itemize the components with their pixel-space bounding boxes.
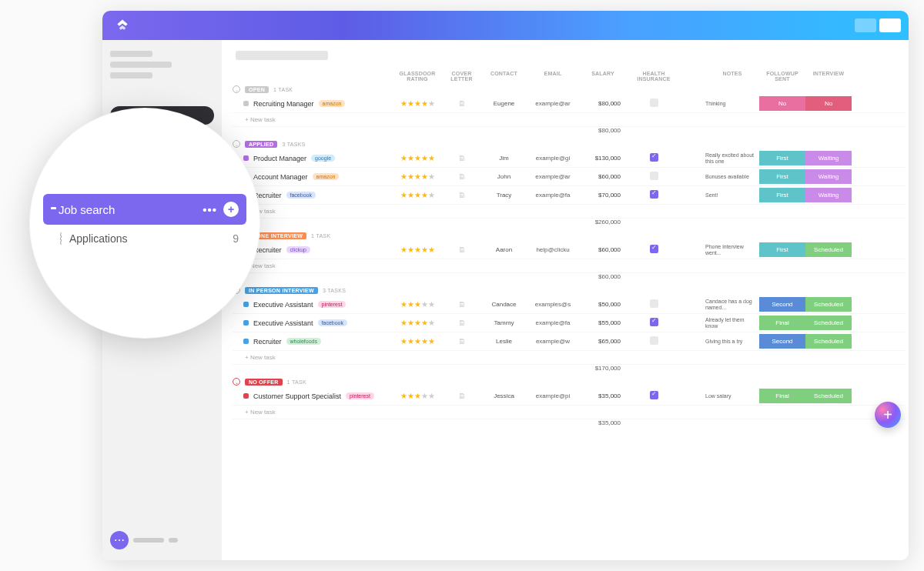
column-header[interactable]: FOLLOWUP SENT <box>759 71 805 82</box>
rating-cell[interactable]: ★★★★★ <box>394 155 440 162</box>
topbar-button-1[interactable] <box>855 18 876 32</box>
rating-cell[interactable]: ★★★★★ <box>394 192 440 199</box>
folder-add-icon[interactable]: + <box>223 202 239 217</box>
contact-cell[interactable]: Eugene <box>483 100 525 107</box>
checkbox-icon[interactable] <box>650 318 658 326</box>
chat-icon[interactable]: ⋯ <box>110 531 129 549</box>
company-tag[interactable]: clickup <box>286 246 310 253</box>
rating-cell[interactable]: ★★★★★ <box>394 100 440 108</box>
salary-cell[interactable]: $50,000 <box>581 301 625 308</box>
rating-cell[interactable]: ★★★★★ <box>394 319 440 327</box>
interview-cell[interactable]: Waiting <box>805 188 852 202</box>
health-insurance-cell[interactable] <box>625 299 682 309</box>
salary-cell[interactable]: $130,000 <box>581 155 625 162</box>
table-row[interactable]: Recruiter wholefoods ★★★★★ 🗎 Leslie exam… <box>233 332 906 351</box>
cover-letter-cell[interactable]: 🗎 <box>440 245 483 254</box>
group-header[interactable]: ⌄ PHONE INTERVIEW 1 TASK <box>233 232 906 239</box>
task-title-cell[interactable]: Recruiter wholefoods <box>233 338 394 346</box>
health-insurance-cell[interactable] <box>625 153 682 163</box>
notes-cell[interactable]: Really excited about this one <box>705 152 759 164</box>
checkbox-icon[interactable] <box>650 336 658 345</box>
rating-cell[interactable]: ★★★★★ <box>394 392 440 400</box>
new-task-button[interactable]: + New task <box>233 113 906 127</box>
rating-cell[interactable]: ★★★★★ <box>394 246 440 254</box>
email-cell[interactable]: example@fa <box>525 192 581 199</box>
interview-cell[interactable]: Waiting <box>805 169 852 184</box>
column-header[interactable]: NOTES <box>705 71 759 82</box>
topbar-button-2[interactable] <box>879 18 901 32</box>
group-header[interactable]: ⌄ APPLIED 3 TASKS <box>233 140 906 148</box>
rating-cell[interactable]: ★★★★★ <box>394 173 440 181</box>
company-tag[interactable]: facebook <box>286 192 316 199</box>
notes-cell[interactable]: Candace has a dog named... <box>705 299 759 310</box>
column-header[interactable]: GLASSDOOR RATING <box>394 71 440 82</box>
column-header[interactable] <box>682 71 705 82</box>
sidebar-list-applications[interactable]: Applications 9 <box>43 225 246 252</box>
table-row[interactable]: Product Manager google ★★★★★ 🗎 Jim examp… <box>233 149 906 168</box>
salary-cell[interactable]: $65,000 <box>581 338 625 345</box>
email-cell[interactable]: example@ar <box>525 173 581 180</box>
health-insurance-cell[interactable] <box>625 336 682 346</box>
contact-cell[interactable]: Jessica <box>483 392 525 399</box>
contact-cell[interactable]: Tammy <box>483 319 525 326</box>
health-insurance-cell[interactable] <box>625 391 682 401</box>
contact-cell[interactable]: Jim <box>483 155 525 162</box>
health-insurance-cell[interactable] <box>625 99 682 109</box>
email-cell[interactable]: example@pi <box>525 392 581 399</box>
company-tag[interactable]: amazon <box>319 100 346 107</box>
collapse-icon[interactable]: ⌄ <box>233 140 240 148</box>
table-row[interactable]: Executive Assistant facebook ★★★★★ 🗎 Tam… <box>233 314 906 332</box>
notes-cell[interactable]: Thinking <box>705 101 759 107</box>
followup-cell[interactable]: Final <box>759 389 805 403</box>
contact-cell[interactable]: Tracy <box>483 192 525 199</box>
new-task-button[interactable]: + New task <box>233 406 906 419</box>
cover-letter-cell[interactable]: 🗎 <box>440 191 483 199</box>
interview-cell[interactable]: No <box>805 96 852 111</box>
salary-cell[interactable]: $60,000 <box>581 246 625 253</box>
cover-letter-cell[interactable]: 🗎 <box>440 337 483 346</box>
interview-cell[interactable]: Waiting <box>805 151 852 165</box>
table-row[interactable]: Recruiter facebook ★★★★★ 🗎 Tracy example… <box>233 186 906 205</box>
new-task-button[interactable]: + New task <box>233 205 906 219</box>
company-tag[interactable]: wholefoods <box>286 338 321 345</box>
notes-cell[interactable]: Already let them know <box>705 317 759 329</box>
cover-letter-cell[interactable]: 🗎 <box>440 319 483 327</box>
group-header[interactable]: ⌄ IN PERSON INTERVIEW 3 TASKS <box>233 286 906 294</box>
rating-cell[interactable]: ★★★★★ <box>394 301 440 309</box>
table-row[interactable]: Executive Assistant pinterest ★★★★★ 🗎 Ca… <box>233 296 906 314</box>
interview-cell[interactable]: Scheduled <box>805 242 852 257</box>
company-tag[interactable]: facebook <box>318 319 347 326</box>
checkbox-icon[interactable] <box>650 172 658 180</box>
group-header[interactable]: ⌄ NO OFFER 1 TASK <box>233 378 906 386</box>
task-title-cell[interactable]: Customer Support Specialist pinterest <box>233 392 394 400</box>
email-cell[interactable]: example@gi <box>525 155 581 162</box>
contact-cell[interactable]: Leslie <box>483 338 525 345</box>
cover-letter-cell[interactable]: 🗎 <box>440 300 483 309</box>
followup-cell[interactable]: First <box>759 242 805 257</box>
table-row[interactable]: Recruiter clickup ★★★★★ 🗎 Aaron help@cli… <box>233 241 906 259</box>
column-header[interactable]: EMAIL <box>525 71 581 82</box>
health-insurance-cell[interactable] <box>625 245 682 255</box>
column-header[interactable]: HEALTH INSURANCE <box>625 71 682 82</box>
email-cell[interactable]: example@ar <box>525 100 581 107</box>
company-tag[interactable]: google <box>311 155 335 162</box>
contact-cell[interactable]: Aaron <box>483 246 525 253</box>
email-cell[interactable]: example@w <box>525 338 581 345</box>
notes-cell[interactable]: Giving this a try <box>705 339 759 345</box>
task-title-cell[interactable]: Account Manager amazon <box>233 173 394 181</box>
table-row[interactable]: Account Manager amazon ★★★★★ 🗎 John exam… <box>233 168 906 186</box>
salary-cell[interactable]: $55,000 <box>581 319 625 326</box>
column-header[interactable]: INTERVIEW <box>805 71 852 82</box>
interview-cell[interactable]: Scheduled <box>805 334 852 349</box>
checkbox-icon[interactable] <box>650 190 658 199</box>
interview-cell[interactable]: Scheduled <box>805 316 852 330</box>
group-header[interactable]: ⌄ OPEN 1 TASK <box>233 85 906 93</box>
followup-cell[interactable]: Second <box>759 334 805 349</box>
contact-cell[interactable]: John <box>483 173 525 180</box>
cover-letter-cell[interactable]: 🗎 <box>440 172 483 181</box>
email-cell[interactable]: help@clicku <box>525 246 581 253</box>
fab-new-button[interactable]: + <box>875 402 901 428</box>
followup-cell[interactable]: Final <box>759 316 805 330</box>
salary-cell[interactable]: $60,000 <box>581 173 625 180</box>
followup-cell[interactable]: First <box>759 188 805 202</box>
